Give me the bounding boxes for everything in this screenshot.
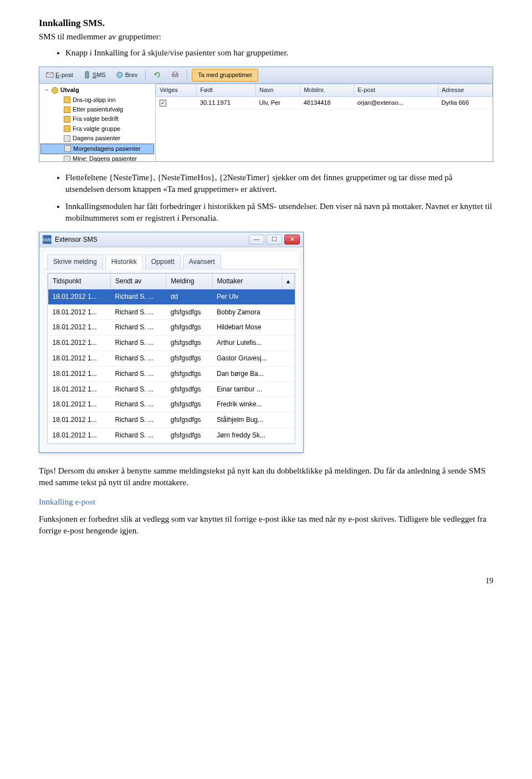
globe-icon [116, 71, 124, 79]
tree-item-label: Dagens pasienter [73, 134, 120, 142]
tree-item[interactable]: Etter pasientutvalg [40, 105, 154, 114]
cell-adresse: Dyrlia 666 [438, 96, 492, 109]
column-header[interactable]: Født [197, 84, 256, 96]
table-row[interactable]: 18.01.2012 1...Richard S. ...gfsfgsdfgsE… [48, 381, 295, 397]
collapse-icon[interactable]: − [44, 86, 49, 94]
epost-label: E-post [55, 71, 73, 79]
cell: Fredrik winke... [212, 397, 282, 413]
column-header[interactable]: Navn [256, 84, 300, 96]
tree-root[interactable]: − Utvalg [40, 85, 154, 95]
cell [282, 381, 295, 397]
cell: gfsfgsdfgs [166, 320, 212, 335]
phone-icon [83, 71, 91, 79]
tree-item-label: Fra valgte bedrift [73, 115, 119, 123]
cell: Richard S. ... [110, 335, 166, 351]
folder-icon [64, 96, 70, 103]
table-row[interactable]: 18.01.2012 1...Richard S. ...gfsfgsdfgsH… [48, 320, 295, 335]
tab[interactable]: Avansert [183, 254, 221, 269]
cell: gfsfgsdfgs [166, 335, 212, 351]
table-row[interactable]: ✓ 30.11.1971 Ulv, Per 48134418 orjan@ext… [156, 96, 493, 109]
screenshot-innkalling-toolbar: E-post SMS Brev Ta med gruppetimer [39, 67, 493, 162]
tree-item[interactable]: Mine: Dagens pasienter [40, 154, 154, 161]
svg-rect-4 [173, 72, 177, 74]
tab[interactable]: Skrive melding [47, 254, 103, 269]
cell: Hildebart Mose [212, 320, 282, 335]
tree-item-label: Morgendagens pasienter [73, 145, 141, 153]
print-button[interactable] [168, 69, 182, 80]
refresh-button[interactable] [150, 69, 165, 80]
cell: Stålhjelm Bug... [212, 413, 282, 428]
column-header[interactable]: Velges [156, 84, 197, 96]
cell [282, 397, 295, 413]
patient-grid[interactable]: VelgesFødtNavnMobilnr.E-postAdresse ✓ 30… [156, 84, 493, 161]
tree-item[interactable]: Dagens pasienter [40, 134, 154, 143]
intro-text: SMS til medlemmer av gruppetimer: [39, 31, 493, 43]
cell: 18.01.2012 1... [48, 381, 111, 397]
maximize-button[interactable]: ☐ [267, 235, 282, 245]
cell: gfsfgsdfgs [166, 427, 212, 443]
cell: 18.01.2012 1... [48, 335, 111, 351]
utvalg-tree[interactable]: − Utvalg Dra-og-slipp innEtter pasientut… [39, 84, 156, 161]
toolbar-separator [145, 70, 146, 80]
cell: Gastor Gruvesj... [212, 350, 282, 366]
cell-mobil: 48134418 [300, 96, 354, 109]
window-titlebar[interactable]: SMS Extensor SMS — ☐ ✕ [39, 232, 303, 247]
table-row[interactable]: 18.01.2012 1...Richard S. ...gfsfgsdfgsA… [48, 335, 295, 351]
minimize-button[interactable]: — [249, 235, 264, 245]
table-row[interactable]: 18.01.2012 1...Richard S. ...gfsfgsdfgsJ… [48, 427, 295, 443]
cell: Richard S. ... [110, 397, 166, 413]
column-header[interactable]: Adresse [438, 84, 492, 96]
table-row[interactable]: 18.01.2012 1...Richard S. ...gfsfgsdfgsG… [48, 350, 295, 366]
print-icon [171, 71, 179, 79]
column-header[interactable]: Sendt av [110, 273, 166, 289]
history-table[interactable]: TidspunktSendt avMeldingMottaker▴ 18.01.… [47, 273, 295, 444]
table-row[interactable]: 18.01.2012 1...Richard S. ...gfsfgsdfgsB… [48, 304, 295, 320]
tree-item[interactable]: Dra-og-slipp inn [40, 95, 154, 105]
cell: gfsfgsdfgs [166, 304, 212, 320]
table-row[interactable]: 18.01.2012 1...Richard S. ...gfsfgsdfgsF… [48, 397, 295, 413]
column-header[interactable]: E-post [354, 84, 438, 96]
bullet-item: Knapp i Innkalling for å skjule/vise pas… [65, 47, 493, 59]
bullet-item: Innkallingsmodulen har fått forbedringer… [65, 201, 493, 224]
sms-button[interactable]: SMS [80, 69, 109, 81]
checkbox[interactable]: ✓ [160, 100, 166, 106]
brev-button[interactable]: Brev [112, 69, 141, 81]
tab[interactable]: Oppsett [145, 254, 181, 269]
toolbar-separator [187, 70, 187, 80]
table-row[interactable]: 18.01.2012 1...Richard S. ...gfsfgsdfgsS… [48, 413, 295, 428]
tab-bar: Skrive meldingHistorikkOppsettAvansert [44, 252, 299, 269]
cell [282, 304, 295, 320]
tab[interactable]: Historikk [105, 254, 143, 269]
folder-icon [64, 145, 71, 152]
scroll-header: ▴ [282, 273, 295, 289]
table-row[interactable]: 18.01.2012 1...Richard S. ...ddPer Ulv [48, 289, 295, 304]
cell: Richard S. ... [110, 366, 166, 381]
folder-icon [64, 116, 70, 123]
tree-item[interactable]: Fra valgte bedrift [40, 114, 154, 124]
tree-item[interactable]: Morgendagens pasienter [40, 144, 154, 154]
cell-epost: orjan@extenso... [354, 96, 438, 109]
column-header[interactable]: Melding [166, 273, 212, 289]
ta-med-gruppetimer-button[interactable]: Ta med gruppetimer [192, 69, 258, 82]
cell: gfsfgsdfgs [166, 381, 212, 397]
column-header[interactable]: Mottaker [212, 273, 282, 289]
close-button[interactable]: ✕ [284, 235, 300, 245]
tree-item[interactable]: Fra valgte gruppe [40, 124, 154, 134]
table-row[interactable]: 18.01.2012 1...Richard S. ...gfsfgsdfgsD… [48, 366, 295, 381]
column-header[interactable]: Mobilnr. [300, 84, 354, 96]
cell: Per Ulv [212, 289, 282, 304]
cell: Richard S. ... [110, 289, 166, 304]
cell-fodt: 30.11.1971 [197, 96, 256, 109]
epost-button[interactable]: E-post [43, 69, 76, 81]
column-header[interactable]: Tidspunkt [48, 273, 111, 289]
folder-icon [64, 156, 70, 162]
cell: Einar tambur ... [212, 381, 282, 397]
cell: Bobby Zamora [212, 304, 282, 320]
refresh-icon [154, 71, 161, 79]
window-title: Extensor SMS [55, 235, 98, 245]
tree-item-label: Fra valgte gruppe [73, 125, 120, 133]
cell: 18.01.2012 1... [48, 320, 111, 335]
toolbar: E-post SMS Brev Ta med gruppetimer [39, 67, 493, 84]
cell: Jørn freddy Sk... [212, 427, 282, 443]
mail-icon [46, 71, 54, 79]
